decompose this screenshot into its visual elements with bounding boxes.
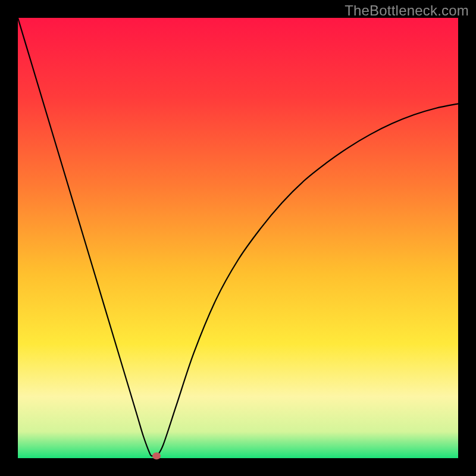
watermark-text: TheBottleneck.com [345,2,469,19]
chart-container: TheBottleneck.com [0,0,476,476]
bottleneck-chart [0,0,476,476]
data-point-marker [152,452,161,459]
